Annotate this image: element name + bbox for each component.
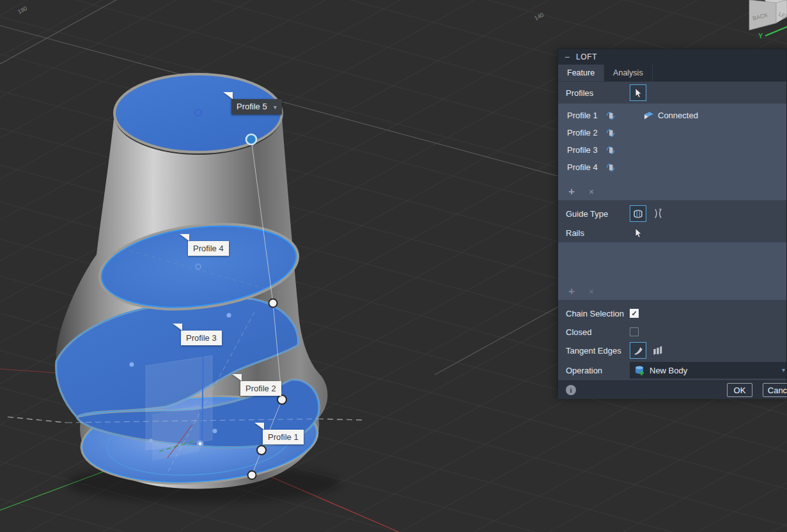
chain-selection-label: Chain Selection [566, 309, 630, 318]
rail-handle-selected[interactable] [246, 134, 256, 145]
rails-list: + × [558, 242, 786, 300]
profile-2-tag[interactable]: Profile 2 [240, 381, 281, 396]
ok-button[interactable]: OK [727, 383, 752, 397]
guide-type-label: Guide Type [566, 209, 630, 219]
profile-item-name: Profile 3 [567, 145, 605, 155]
cursor-icon [632, 227, 644, 239]
rails-label: Rails [566, 228, 630, 238]
profiles-select-button[interactable] [630, 84, 646, 101]
profile-5-tag[interactable]: Profile 5▾ [231, 99, 282, 114]
tangent-edges-label: Tangent Edges [566, 346, 630, 356]
profile-list-item[interactable]: Profile 4 [558, 159, 786, 176]
profile-icon [605, 145, 616, 156]
profile-4-tag-text: Profile 4 [193, 244, 224, 253]
profile-1-tag[interactable]: Profile 1 [263, 430, 304, 444]
profile-icon [605, 162, 616, 173]
profile-icon [605, 127, 616, 139]
info-icon[interactable]: i [566, 385, 576, 395]
rails-guide-icon [632, 207, 644, 220]
cursor-icon [632, 87, 644, 98]
profile-list-item[interactable]: Profile 1 Connected [558, 107, 786, 124]
profiles-label: Profiles [566, 88, 630, 98]
add-rail-button[interactable]: + [568, 285, 575, 298]
rail-handle[interactable] [257, 446, 266, 455]
viewcube-y-label: Y [758, 32, 763, 40]
separate-faces-icon [651, 344, 664, 357]
loft-dialog-header[interactable]: − LOFT [558, 49, 786, 65]
operation-value: New Body [650, 366, 687, 375]
cancel-button[interactable]: Cancel [763, 383, 787, 397]
checkmark-icon: ✓ [631, 309, 637, 318]
chain-selection-checkbox[interactable]: ✓ [630, 309, 639, 318]
centerline-guide-icon [651, 207, 664, 220]
profile-item-name: Profile 4 [567, 162, 605, 172]
profile-item-name: Profile 1 [567, 111, 605, 120]
closed-label: Closed [566, 327, 630, 337]
tab-feature[interactable]: Feature [558, 65, 604, 81]
profile-status: Connected [643, 111, 698, 120]
minimize-icon[interactable]: − [565, 52, 576, 62]
guide-type-centerline-button[interactable] [650, 205, 666, 222]
closed-checkbox[interactable] [630, 327, 639, 336]
sketch-plane [152, 405, 199, 461]
chevron-down-icon: ▾ [782, 366, 785, 373]
profile-icon [605, 110, 616, 121]
connected-icon [643, 111, 654, 120]
guide-type-rails-button[interactable] [630, 205, 646, 222]
grid-coordinate-label: 180 [17, 5, 28, 15]
profile-list-item[interactable]: Profile 3 [558, 141, 786, 159]
rail-handle[interactable] [269, 299, 277, 308]
rail-handle[interactable] [248, 471, 256, 480]
operation-label: Operation [566, 366, 630, 375]
operation-dropdown[interactable]: New Body ▾ [630, 362, 786, 379]
dialog-footer: i OK Cancel [558, 380, 786, 399]
x-axis-line-left [0, 369, 55, 373]
profile-5-tag-text: Profile 5 [237, 102, 267, 111]
profile-list-item[interactable]: Profile 2 [558, 124, 786, 141]
profile-1-tag-text: Profile 1 [268, 432, 299, 442]
profiles-list: Profile 1 Connected Profile 2 [558, 104, 786, 200]
loft-dialog: − LOFT Feature Analysis Profiles Profile… [557, 49, 787, 396]
add-profile-button[interactable]: + [568, 185, 575, 198]
tangent-edges-separate-button[interactable] [650, 342, 666, 359]
new-body-icon [634, 364, 645, 376]
tab-analysis[interactable]: Analysis [604, 65, 653, 81]
remove-profile-button[interactable]: × [589, 187, 594, 197]
rail-handle[interactable] [277, 395, 286, 404]
profile-status-text: Connected [658, 111, 698, 120]
profile-3-tag-text: Profile 3 [186, 333, 217, 343]
tangent-edges-merged-button[interactable] [630, 342, 646, 359]
profile-2-tag-text: Profile 2 [245, 384, 276, 393]
chevron-down-icon[interactable]: ▾ [274, 104, 277, 111]
viewcube[interactable]: BACK LEFT Y [749, 0, 787, 40]
dialog-title: LOFT [576, 52, 597, 61]
dialog-tab-bar: Feature Analysis [558, 65, 786, 82]
remove-rail-button[interactable]: × [589, 286, 594, 297]
rails-select-button[interactable] [630, 224, 646, 241]
merged-faces-icon [632, 344, 644, 357]
profile-4-tag[interactable]: Profile 4 [188, 241, 229, 256]
profile-3-tag[interactable]: Profile 3 [181, 331, 222, 345]
profile-item-name: Profile 2 [567, 128, 605, 137]
